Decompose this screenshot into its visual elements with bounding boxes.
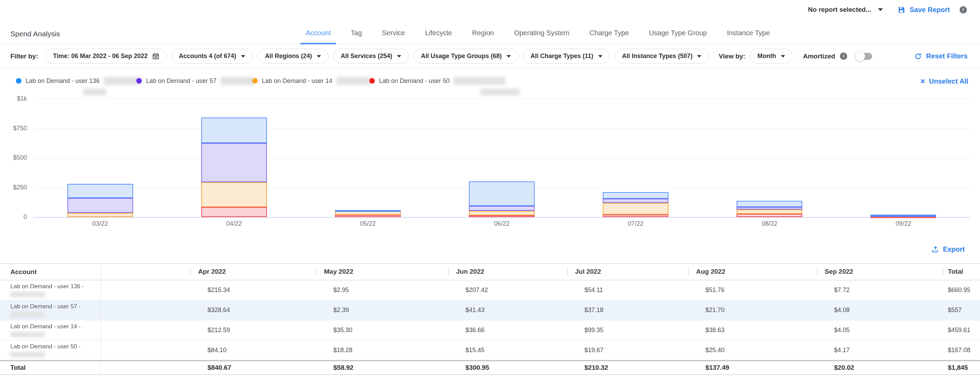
bar-segment-lab-on-demand-user-136[interactable] bbox=[870, 214, 936, 216]
bar-segment-lab-on-demand-user-136[interactable] bbox=[67, 184, 133, 198]
time-filter-pill[interactable]: Time: 06 Mar 2022 - 06 Sep 2022 bbox=[46, 49, 167, 63]
bar-segment-lab-on-demand-user-50[interactable] bbox=[737, 214, 802, 217]
column-divider bbox=[190, 268, 191, 276]
bar-segment-lab-on-demand-user-136[interactable] bbox=[469, 181, 535, 206]
bar-segment-lab-on-demand-user-50[interactable] bbox=[469, 215, 535, 217]
dropdown-label: All Charge Types (11) bbox=[530, 52, 593, 60]
spend-value-cell: $21.70 bbox=[688, 300, 817, 320]
bar-segment-lab-on-demand-user-14[interactable] bbox=[737, 209, 802, 214]
report-selector-label: No report selected... bbox=[808, 6, 872, 13]
legend-item-lab-on-demand-user-50[interactable]: Lab on Demand - user 50 bbox=[369, 77, 506, 85]
total-value-cell: $210.32 bbox=[567, 361, 688, 374]
spend-value-cell: $41.43 bbox=[448, 300, 567, 320]
redacted-text bbox=[454, 77, 506, 85]
y-axis-tick-label: $250 bbox=[0, 184, 27, 191]
tab-account[interactable]: Account bbox=[306, 29, 331, 44]
tab-usage-type-group[interactable]: Usage Type Group bbox=[649, 29, 707, 44]
spend-value-cell: $557 bbox=[943, 300, 980, 320]
chevron-down-icon bbox=[781, 55, 785, 57]
total-value-cell: $1,845 bbox=[943, 361, 980, 374]
redacted-text bbox=[83, 89, 107, 95]
x-axis-tick-label: 03/22 bbox=[80, 220, 121, 227]
total-value-cell: $137.49 bbox=[688, 361, 817, 374]
all-regions-24-dropdown[interactable]: All Regions (24) bbox=[258, 49, 329, 63]
account-name: Lab on Demand - user 14 - bbox=[10, 323, 95, 330]
bar-segment-lab-on-demand-user-14[interactable] bbox=[67, 213, 133, 217]
info-icon[interactable]: i bbox=[959, 6, 967, 13]
bar-segment-lab-on-demand-user-50[interactable] bbox=[335, 215, 401, 217]
accounts-4-of-674-dropdown[interactable]: Accounts 4 (of 674) bbox=[172, 49, 253, 63]
dropdown-label: All Usage Type Groups (68) bbox=[421, 52, 502, 60]
tab-charge-type[interactable]: Charge Type bbox=[590, 29, 629, 44]
column-header-jul-2022: Jul 2022 bbox=[575, 268, 601, 275]
tab-tag[interactable]: Tag bbox=[351, 29, 362, 44]
chevron-down-icon bbox=[697, 55, 702, 57]
x-axis-tick-label: 05/22 bbox=[347, 220, 389, 227]
unselect-all-button[interactable]: ✕ Unselect All bbox=[920, 78, 968, 86]
legend-item-lab-on-demand-user-136[interactable]: Lab on Demand - user 136 bbox=[16, 77, 142, 85]
x-axis-line bbox=[33, 217, 970, 218]
filter-bar: Filter by: Time: 06 Mar 2022 - 06 Sep 20… bbox=[0, 44, 980, 68]
report-selector-dropdown[interactable]: No report selected... bbox=[808, 6, 883, 13]
column-header-aug-2022: Aug 2022 bbox=[696, 268, 725, 275]
info-icon[interactable]: i bbox=[840, 52, 847, 60]
spend-value-cell: $54.11 bbox=[567, 280, 688, 300]
unselect-all-label: Unselect All bbox=[929, 78, 968, 86]
bar-segment-lab-on-demand-user-136[interactable] bbox=[737, 201, 802, 207]
all-usage-type-groups-68-dropdown[interactable]: All Usage Type Groups (68) bbox=[414, 49, 519, 63]
bar-segment-lab-on-demand-user-50[interactable] bbox=[201, 207, 267, 217]
export-button[interactable]: Export bbox=[931, 245, 965, 253]
bar-segment-lab-on-demand-user-57[interactable] bbox=[737, 207, 802, 209]
all-instance-types-507-dropdown[interactable]: All Instance Types (507) bbox=[615, 49, 709, 63]
table-row: Lab on Demand - user 50 -$84.10$18.28$15… bbox=[0, 340, 980, 361]
column-divider bbox=[688, 268, 689, 276]
legend-item-lab-on-demand-user-14[interactable]: Lab on Demand - user 14 bbox=[252, 77, 371, 85]
page-title: Spend Analysis bbox=[10, 30, 60, 38]
spend-value-cell: $99.35 bbox=[567, 320, 688, 340]
column-divider bbox=[567, 268, 568, 276]
bar-segment-lab-on-demand-user-14[interactable] bbox=[201, 182, 267, 207]
view-by-dropdown[interactable]: Month bbox=[750, 49, 792, 63]
total-value-cell: $20.02 bbox=[817, 361, 943, 374]
bar-segment-lab-on-demand-user-136[interactable] bbox=[201, 117, 267, 143]
account-name: Lab on Demand - user 57 - bbox=[10, 303, 95, 310]
legend-item-lab-on-demand-user-57[interactable]: Lab on Demand - user 57 bbox=[136, 77, 255, 85]
top-bar: No report selected... Save Report i bbox=[0, 0, 980, 19]
all-charge-types-11-dropdown[interactable]: All Charge Types (11) bbox=[523, 49, 610, 63]
spend-value-cell: $36.66 bbox=[448, 320, 567, 340]
bar-segment-lab-on-demand-user-136[interactable] bbox=[335, 210, 401, 211]
dimension-tabs: AccountTagServiceLifecycleRegionOperatin… bbox=[306, 29, 770, 44]
spacer-cell bbox=[100, 320, 190, 340]
all-services-254-dropdown[interactable]: All Services (254) bbox=[333, 49, 409, 63]
tab-instance-type[interactable]: Instance Type bbox=[727, 29, 770, 44]
spacer-cell bbox=[100, 264, 190, 280]
bar-segment-lab-on-demand-user-50[interactable] bbox=[603, 214, 668, 217]
x-axis-tick-label: 06/22 bbox=[481, 220, 522, 227]
y-axis-tick-label: $750 bbox=[0, 125, 27, 132]
tab-operating-system[interactable]: Operating System bbox=[514, 29, 569, 44]
spend-value-cell: $38.63 bbox=[688, 320, 817, 340]
bar-segment-lab-on-demand-user-57[interactable] bbox=[201, 143, 267, 182]
reset-filters-button[interactable]: Reset Filters bbox=[914, 52, 967, 60]
amortized-toggle[interactable] bbox=[856, 53, 872, 60]
spacer-cell bbox=[100, 300, 190, 320]
x-axis-tick-label: 07/22 bbox=[615, 220, 656, 227]
column-header-total: Total bbox=[948, 268, 963, 275]
bar-segment-lab-on-demand-user-14[interactable] bbox=[469, 211, 535, 215]
tab-region[interactable]: Region bbox=[472, 29, 494, 44]
spend-value-cell: $4.17 bbox=[817, 340, 943, 361]
bar-segment-lab-on-demand-user-57[interactable] bbox=[603, 199, 668, 203]
tab-lifecycle[interactable]: Lifecycle bbox=[425, 29, 452, 44]
save-report-button[interactable]: Save Report bbox=[897, 6, 950, 14]
bar-segment-lab-on-demand-user-57[interactable] bbox=[469, 206, 535, 211]
x-axis-tick-label: 04/22 bbox=[213, 220, 255, 227]
column-divider bbox=[316, 268, 317, 276]
bar-segment-lab-on-demand-user-14[interactable] bbox=[603, 203, 668, 214]
bar-segment-lab-on-demand-user-57[interactable] bbox=[67, 198, 133, 213]
account-cell: Lab on Demand - user 14 - bbox=[0, 320, 100, 340]
redacted-text bbox=[10, 332, 45, 337]
export-icon bbox=[931, 246, 939, 253]
bar-segment-lab-on-demand-user-136[interactable] bbox=[603, 192, 668, 199]
table-row: Lab on Demand - user 14 -$212.59$35.30$3… bbox=[0, 320, 980, 340]
tab-service[interactable]: Service bbox=[382, 29, 405, 44]
